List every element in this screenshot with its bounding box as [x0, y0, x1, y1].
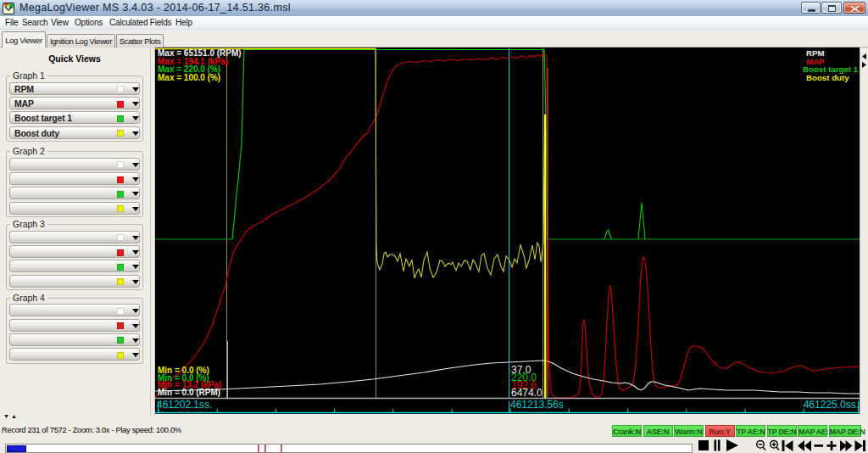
svg-text:461213.56s: 461213.56s — [510, 399, 564, 411]
svg-text:461225.0ss.: 461225.0ss. — [804, 399, 859, 411]
svg-text:Max = 100.0 (%): Max = 100.0 (%) — [158, 73, 220, 82]
svg-text:6474.0: 6474.0 — [511, 387, 542, 399]
svg-text:Boost duty: Boost duty — [806, 73, 849, 82]
svg-text:Min = 0.0 (RPM): Min = 0.0 (RPM) — [158, 388, 220, 397]
svg-text:461202.1ss.: 461202.1ss. — [157, 399, 212, 411]
